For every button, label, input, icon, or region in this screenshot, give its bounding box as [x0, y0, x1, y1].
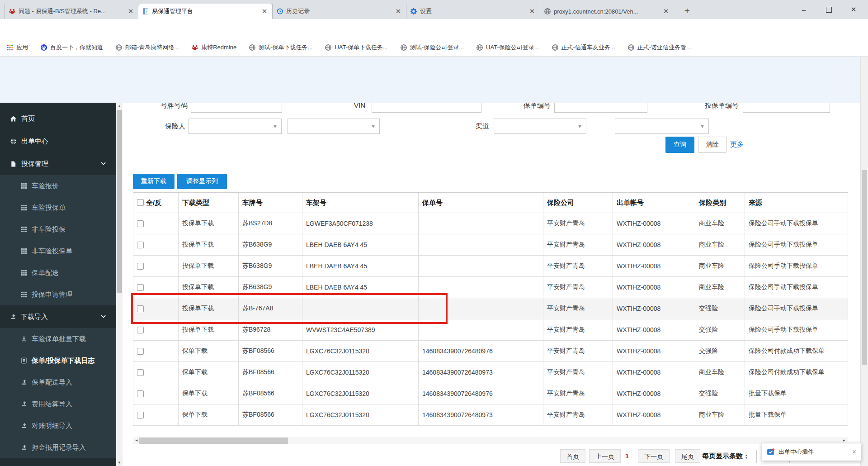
row-checkbox[interactable] — [137, 369, 144, 376]
browser-toolbar: 不安全 proxy1.countnet.cn :20807/Login/Main — [0, 19, 868, 39]
sidebar-item-投保申请管理[interactable]: 投保申请管理 — [0, 284, 116, 305]
vertical-scrollbar-thumb[interactable] — [117, 110, 122, 293]
bookmark-item[interactable]: 应用 — [6, 43, 28, 52]
tab-close-icon[interactable]: ✕ — [394, 7, 402, 15]
sidebar-item-车险报价[interactable]: 车险报价 — [0, 175, 116, 197]
bookmark-item[interactable]: 测试-保单下载任务... — [249, 43, 312, 52]
channel-select-1[interactable]: ▼ — [494, 119, 586, 134]
table-header-row: 全/反下载类型车牌号车架号保单号保险公司出单帐号保险类别来源 — [133, 192, 848, 213]
bookmark-item[interactable]: 百度一下，你就知道 — [40, 43, 103, 52]
table-cell: 保单下载 — [179, 404, 239, 426]
bookmark-item[interactable]: 正式-信通车友业务... — [552, 43, 615, 52]
row-checkbox[interactable] — [137, 327, 144, 333]
sidebar-item-label: 保单配送 — [32, 269, 59, 277]
table-cell: 交强险 — [695, 383, 745, 404]
horizontal-scrollbar-thumb[interactable] — [139, 437, 288, 444]
sidebar-item-保单/投保单下载日志[interactable]: 保单/投保单下载日志 — [0, 350, 116, 371]
sidebar-item-非车险投保[interactable]: 非车险投保 — [0, 219, 116, 240]
bookmark-item[interactable]: 正式-诺亚信业务管... — [627, 43, 691, 52]
scroll-down-arrow-icon[interactable]: ▼ — [116, 459, 123, 466]
window-scrollbar-thumb[interactable] — [862, 170, 867, 365]
scroll-up-arrow-icon[interactable]: ▲ — [116, 103, 123, 109]
window-maximize-button[interactable] — [817, 0, 840, 19]
table-cell: LGWEF3A50CF071238 — [302, 213, 419, 234]
table-cell: 14608343900726480976 — [419, 383, 543, 404]
bookmark-item[interactable]: 康特Redmine — [191, 43, 236, 52]
row-checkbox[interactable] — [137, 284, 144, 291]
table-cell: LGXC76C32J0115320 — [302, 362, 419, 383]
adjust-columns-button[interactable]: 调整显示列 — [177, 174, 227, 189]
insurer-select-2[interactable]: ▼ — [288, 119, 380, 134]
sidebar-item-出单中心[interactable]: 出单中心 — [0, 130, 116, 152]
row-checkbox[interactable] — [137, 412, 144, 418]
row-checkbox[interactable] — [137, 390, 144, 397]
redmine-icon — [191, 44, 198, 51]
table-cell: 批量下载保单 — [745, 404, 848, 426]
browser-tab[interactable]: 问题 - 易保通-B/S管理系统 - Re...✕ — [5, 4, 138, 19]
table-cell: 批量下载保单 — [745, 383, 848, 404]
search-input-保单编号[interactable] — [554, 103, 647, 113]
sidebar-item-下载导入[interactable]: 下载导入 — [0, 305, 116, 328]
content-vertical-scrollbar[interactable]: ▲ ▼ — [116, 103, 123, 466]
pagination-last-button[interactable]: 尾页 — [675, 449, 700, 463]
table-cell: 保险公司手动下载投保单 — [745, 277, 848, 298]
table-cell: LGXC76C32J0115320 — [302, 383, 419, 404]
search-label: 投保单编号 — [691, 103, 739, 113]
browser-tab[interactable]: 设置✕ — [406, 4, 540, 19]
bookmark-item[interactable]: 邮箱-青岛康特网络... — [115, 43, 179, 52]
sidebar-item-保单配送[interactable]: 保单配送 — [0, 262, 116, 284]
window-minimize-button[interactable]: – — [793, 0, 815, 19]
table-cell: 苏BF08566 — [239, 383, 302, 404]
table-horizontal-scrollbar[interactable]: ◄ ► — [133, 437, 848, 444]
browser-tab[interactable]: 历史记录✕ — [272, 4, 406, 19]
tab-close-icon[interactable]: ✕ — [528, 7, 536, 15]
table-cell: 平安财产青岛 — [543, 234, 613, 256]
sidebar-item-首页[interactable]: 首页 — [0, 107, 116, 130]
row-checkbox[interactable] — [137, 263, 144, 270]
import-icon — [21, 401, 27, 407]
sidebar-item-车险保单批量下载[interactable]: 车险保单批量下载 — [0, 328, 116, 350]
insurer-select-1[interactable]: ▼ — [189, 119, 282, 134]
sidebar-item-车险营销[interactable]: 车险营销 — [0, 458, 116, 466]
tab-close-icon[interactable]: ✕ — [260, 7, 269, 15]
pagination-prev-button[interactable]: 上一页 — [589, 449, 621, 463]
redownload-button[interactable]: 重新下载 — [133, 174, 175, 189]
sidebar-item-押金抵用记录导入[interactable]: 押金抵用记录导入 — [0, 437, 116, 458]
select-all-checkbox[interactable] — [137, 199, 144, 206]
channel-select-2[interactable]: ▼ — [615, 119, 709, 134]
table-cell: WXTIHZ-00008 — [613, 256, 695, 277]
popup-close-icon[interactable]: × — [852, 448, 856, 456]
search-input-投保单编号[interactable] — [743, 103, 830, 113]
pagination-next-button[interactable]: 下一页 — [638, 449, 670, 463]
browser-tab[interactable]: 易保通管理平台✕ — [138, 4, 272, 19]
bookmark-item[interactable]: 测试-保险公司登录... — [400, 43, 464, 52]
table-cell: 平安财产青岛 — [543, 319, 613, 341]
bookmark-label: UAT-保单下载任务... — [335, 43, 387, 52]
search-input-VIN[interactable] — [372, 103, 481, 113]
browser-tab[interactable]: proxy1.countnet.cn:20801/Veh...✕ — [540, 4, 674, 19]
sidebar-item-费用结算导入[interactable]: 费用结算导入 — [0, 393, 116, 415]
clear-button[interactable]: 清除 — [698, 137, 726, 153]
sidebar-item-保单配送导入[interactable]: 保单配送导入 — [0, 371, 116, 393]
sidebar-item-车险投保单[interactable]: 车险投保单 — [0, 197, 116, 219]
window-close-button[interactable]: ✕ — [842, 0, 865, 19]
tab-close-icon[interactable]: ✕ — [662, 7, 670, 15]
row-checkbox[interactable] — [137, 220, 144, 227]
row-checkbox[interactable] — [137, 242, 144, 248]
window-vertical-scrollbar[interactable] — [860, 57, 868, 466]
search-input-号牌号码[interactable] — [191, 103, 282, 113]
bookmark-item[interactable]: UAT-保险公司登录... — [476, 43, 539, 52]
query-button[interactable]: 查询 — [665, 137, 694, 153]
new-tab-button[interactable]: + — [680, 5, 694, 18]
bookmark-item[interactable]: UAT-保单下载任务... — [325, 43, 387, 52]
sidebar-item-非车险投保单[interactable]: 非车险投保单 — [0, 240, 116, 262]
row-checkbox[interactable] — [137, 348, 144, 355]
sidebar-item-label: 投保管理 — [21, 160, 48, 168]
tab-close-icon[interactable]: ✕ — [127, 7, 135, 15]
sidebar-item-投保管理[interactable]: 投保管理 — [0, 152, 116, 175]
more-link[interactable]: 更多 — [730, 140, 744, 149]
sidebar-item-对账明细导入[interactable]: 对账明细导入 — [0, 415, 116, 437]
pagination-first-button[interactable]: 首页 — [560, 449, 585, 463]
sidebar-item-label: 车险投保单 — [32, 204, 66, 212]
table-cell: LGXC76C32J0115320 — [302, 341, 419, 362]
